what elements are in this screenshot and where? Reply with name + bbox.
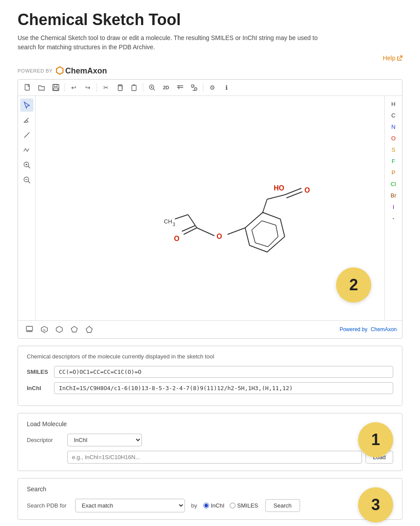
info-button[interactable]: ℹ: [220, 81, 232, 94]
atom-dot-button[interactable]: ·: [386, 213, 402, 223]
settings-button[interactable]: ⚙: [206, 81, 218, 94]
page-description: Use the Chemical Sketch tool to draw or …: [18, 33, 334, 52]
page-title: Chemical Sketch Tool: [18, 11, 402, 29]
chemaxon-name: ChemAxon: [65, 66, 107, 76]
svg-text:O: O: [217, 233, 222, 240]
template-btn-5[interactable]: [83, 323, 95, 336]
zoom-in-tool[interactable]: [20, 158, 33, 172]
svg-marker-39: [71, 326, 77, 332]
zoom-button[interactable]: [146, 81, 158, 94]
template-btn-2[interactable]: N: [38, 323, 51, 336]
svg-line-17: [255, 243, 268, 247]
inchi-radio-option[interactable]: InChI: [203, 502, 224, 509]
svg-text:HO: HO: [274, 184, 284, 192]
copy-icon: [116, 84, 123, 91]
bond-tool[interactable]: [20, 128, 33, 142]
svg-line-13: [252, 221, 262, 230]
help-link-container: Help: [18, 55, 402, 62]
atom-H-button[interactable]: H: [386, 99, 402, 109]
toolbar-divider-1: [65, 83, 65, 92]
atom-N-button[interactable]: N: [386, 121, 402, 132]
by-label: by: [191, 502, 197, 509]
smiles-row: SMILES: [27, 366, 393, 378]
molecule-display: HO O O O CH: [36, 96, 384, 320]
smiles-radio-option[interactable]: SMILES: [230, 502, 258, 509]
structure-icon-2: N: [40, 325, 48, 333]
search-annotation-number: 3: [371, 496, 380, 514]
load-section-header: Load Molecule: [27, 420, 393, 427]
svg-line-15: [276, 225, 278, 237]
sketch-toolbar: ↩ ↪ ✂: [18, 80, 402, 96]
copy-button[interactable]: [114, 81, 126, 94]
redo-button[interactable]: ↪: [82, 81, 94, 94]
atom-C-button[interactable]: C: [386, 110, 402, 121]
svg-text:O: O: [304, 186, 310, 194]
right-atom-tools: H C N O S F P Cl Br I ·: [384, 96, 402, 320]
template-btn-1[interactable]: [23, 323, 36, 336]
template-btn-4[interactable]: [68, 323, 80, 336]
cut-button[interactable]: ✂: [100, 81, 112, 94]
inchi-input[interactable]: [54, 382, 393, 394]
svg-line-18: [252, 230, 255, 243]
open-button[interactable]: [36, 81, 48, 94]
chain-icon: [23, 146, 31, 154]
atom-O-button[interactable]: O: [386, 133, 402, 143]
atom-Br-button[interactable]: Br: [386, 190, 402, 201]
structure-icon-4: [70, 325, 78, 333]
help-link[interactable]: Help: [383, 55, 402, 62]
paste-button[interactable]: [128, 81, 140, 94]
descriptors-description: Chemical descriptors of the molecule cur…: [27, 353, 393, 360]
sketch-annotation: 2: [336, 267, 371, 303]
zoom-out-icon: [23, 176, 31, 184]
atom-Cl-button[interactable]: Cl: [386, 179, 402, 189]
select-icon: [23, 101, 31, 109]
zoom-out-tool[interactable]: [20, 173, 33, 186]
atom-S-button[interactable]: S: [386, 144, 402, 155]
atom-map-icon: [191, 84, 198, 91]
smiles-input[interactable]: [54, 366, 393, 378]
save-icon: [52, 84, 59, 91]
help-link-text: Help: [383, 55, 395, 62]
bond-icon: [23, 131, 31, 139]
atom-P-button[interactable]: P: [386, 167, 402, 178]
atom-I-button[interactable]: I: [386, 201, 402, 212]
2d-button[interactable]: 2D: [160, 81, 172, 94]
zoom-icon: [148, 84, 156, 91]
descriptor-select[interactable]: InChI SMILES: [67, 434, 142, 446]
inchi-radio[interactable]: [203, 503, 209, 508]
chemaxon-logo: ⬡ ChemAxon: [55, 65, 107, 77]
layout-button[interactable]: [174, 81, 186, 94]
svg-text:3: 3: [173, 222, 175, 227]
select-tool[interactable]: [20, 99, 33, 112]
atom-map-button[interactable]: [188, 81, 200, 94]
sketch-body: HO O O O CH: [18, 96, 402, 320]
svg-line-32: [175, 215, 188, 219]
save-button[interactable]: [50, 81, 62, 94]
left-tools: [18, 96, 36, 320]
undo-button[interactable]: ↩: [68, 81, 80, 94]
search-row: Search PDB for Exact match Substructure …: [27, 499, 393, 512]
sketch-canvas[interactable]: HO O O O CH: [36, 96, 384, 320]
new-button[interactable]: [22, 81, 34, 94]
smiles-radio[interactable]: [230, 503, 235, 508]
footer-powered-text: Powered by: [340, 326, 367, 332]
smiles-label: SMILES: [27, 366, 49, 375]
inchi-label: InChI: [27, 382, 49, 391]
svg-line-14: [262, 221, 276, 225]
search-section-header: Search: [27, 486, 393, 493]
svg-line-20: [267, 195, 285, 199]
chain-tool[interactable]: [20, 143, 33, 157]
erase-tool[interactable]: [20, 113, 33, 127]
search-type-select[interactable]: Exact match Substructure Similarity: [75, 499, 185, 512]
svg-rect-7: [192, 85, 194, 87]
load-text-input[interactable]: [67, 451, 362, 464]
atom-F-button[interactable]: F: [386, 156, 402, 166]
svg-line-16: [268, 237, 278, 247]
powered-by-text: POWERED BY: [18, 68, 53, 73]
search-button[interactable]: Search: [265, 499, 300, 512]
sketch-footer: Powered by ChemAxon: [340, 326, 397, 332]
sketch-bottom-bar: N: [18, 320, 402, 338]
descriptor-label: Descriptor: [27, 437, 62, 443]
template-btn-3[interactable]: [53, 323, 65, 336]
svg-line-21: [285, 188, 301, 195]
